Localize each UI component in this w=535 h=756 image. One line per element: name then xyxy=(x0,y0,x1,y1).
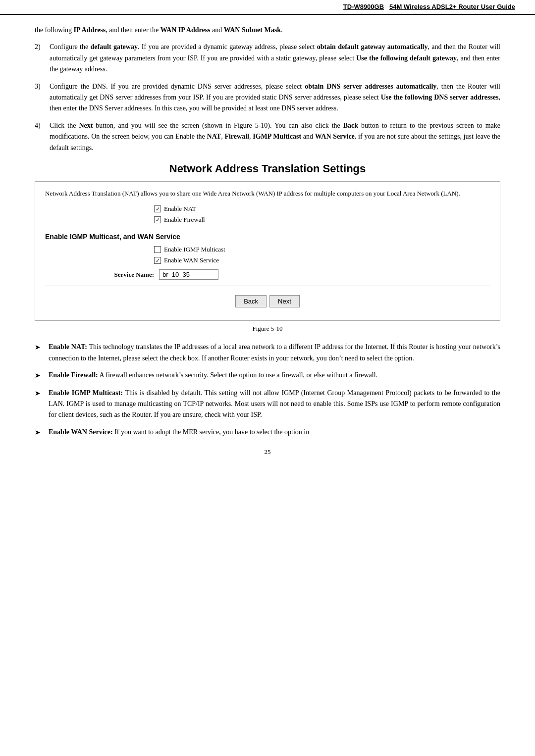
enable-nat-row: Enable NAT xyxy=(154,205,490,213)
enable-wan-row: Enable WAN Service xyxy=(154,256,490,264)
bullet-text-igmp: Enable IGMP Multicast: This is disabled … xyxy=(49,388,500,421)
nat-title: Network Address Translation Settings xyxy=(35,162,500,175)
enable-nat-checkbox[interactable] xyxy=(154,205,161,212)
list-num-4: 4) xyxy=(35,120,50,131)
service-name-label: Service Name: xyxy=(105,271,154,279)
intro-paragraph: the following IP Address, and then enter… xyxy=(35,25,500,36)
service-name-row: Service Name: xyxy=(105,269,490,280)
bullet-label-firewall: Enable Firewall: xyxy=(49,371,98,379)
intro-bold-2: WAN IP Address xyxy=(160,26,211,34)
list-item-3: 3) Configure the DNS. If you are provide… xyxy=(35,81,500,114)
figure-caption: Figure 5-10 xyxy=(35,325,500,333)
bullet-label-wan: Enable WAN Service: xyxy=(49,428,113,436)
list-text-2: Configure the default gateway. If you ar… xyxy=(50,42,500,75)
header-title: TD-W8900GB 54M Wireless ADSL2+ Router Us… xyxy=(343,3,515,10)
enable-wan-label: Enable WAN Service xyxy=(164,256,219,264)
next-button[interactable]: Next xyxy=(269,295,300,307)
bullet-text-nat: Enable NAT: This technology translates t… xyxy=(49,342,500,364)
enable-nat-label: Enable NAT xyxy=(164,205,196,213)
back-button[interactable]: Back xyxy=(235,295,267,307)
bullet-item-firewall: ➤ Enable Firewall: A firewall enhances n… xyxy=(35,370,500,381)
page-header: TD-W8900GB 54M Wireless ADSL2+ Router Us… xyxy=(0,0,535,15)
divider xyxy=(45,286,490,286)
bullet-item-nat: ➤ Enable NAT: This technology translates… xyxy=(35,342,500,364)
bullet-arrow-1: ➤ xyxy=(35,342,49,353)
intro-bold-3: WAN Subnet Mask xyxy=(224,26,281,34)
nat-box: Network Address Translation (NAT) allows… xyxy=(35,181,500,321)
enable-firewall-row: Enable Firewall xyxy=(154,216,490,224)
igmp-section-title: Enable IGMP Multicast, and WAN Service xyxy=(45,233,490,241)
bullet-text-wan: Enable WAN Service: If you want to adopt… xyxy=(49,427,500,438)
page-number: 25 xyxy=(35,448,500,456)
nat-description: Network Address Translation (NAT) allows… xyxy=(45,189,490,199)
list-num-3: 3) xyxy=(35,81,50,92)
numbered-list: 2) Configure the default gateway. If you… xyxy=(35,42,500,153)
bullet-arrow-4: ➤ xyxy=(35,427,49,438)
list-num-2: 2) xyxy=(35,42,50,52)
list-item-4: 4) Click the Next button, and you will s… xyxy=(35,120,500,153)
intro-text-2: , and then enter the xyxy=(106,26,160,34)
nat-section: Network Address Translation Settings Net… xyxy=(35,162,500,333)
list-text-4: Click the Next button, and you will see … xyxy=(50,120,500,153)
bullet-text-firewall: Enable Firewall: A firewall enhances net… xyxy=(49,370,500,381)
bullet-arrow-3: ➤ xyxy=(35,388,49,399)
bullet-label-igmp: Enable IGMP Multicast: xyxy=(49,389,123,397)
main-content: the following IP Address, and then enter… xyxy=(0,15,535,466)
intro-bold-1: IP Address xyxy=(74,26,106,34)
enable-firewall-label: Enable Firewall xyxy=(164,216,205,224)
bullet-item-igmp: ➤ Enable IGMP Multicast: This is disable… xyxy=(35,388,500,421)
bullet-list: ➤ Enable NAT: This technology translates… xyxy=(35,342,500,438)
intro-text-3: and xyxy=(211,26,224,34)
header-product: TD-W8900GB xyxy=(343,3,384,10)
intro-text-plain: the following xyxy=(35,26,74,34)
bullet-label-nat: Enable NAT: xyxy=(49,343,87,351)
service-name-input[interactable] xyxy=(159,269,218,280)
bullet-item-wan: ➤ Enable WAN Service: If you want to ado… xyxy=(35,427,500,438)
list-item-2: 2) Configure the default gateway. If you… xyxy=(35,42,500,75)
header-subtitle: 54M Wireless ADSL2+ Router User Guide xyxy=(389,3,515,10)
enable-igmp-label: Enable IGMP Multicast xyxy=(164,246,225,253)
enable-wan-checkbox[interactable] xyxy=(154,257,161,264)
enable-igmp-row: Enable IGMP Multicast xyxy=(154,246,490,253)
intro-text-4: . xyxy=(281,26,283,34)
enable-firewall-checkbox[interactable] xyxy=(154,216,161,223)
enable-igmp-checkbox[interactable] xyxy=(154,246,161,253)
list-text-3: Configure the DNS. If you are provided d… xyxy=(50,81,500,114)
bullet-arrow-2: ➤ xyxy=(35,370,49,381)
page-wrapper: TD-W8900GB 54M Wireless ADSL2+ Router Us… xyxy=(0,0,535,466)
button-row: Back Next xyxy=(45,291,490,310)
